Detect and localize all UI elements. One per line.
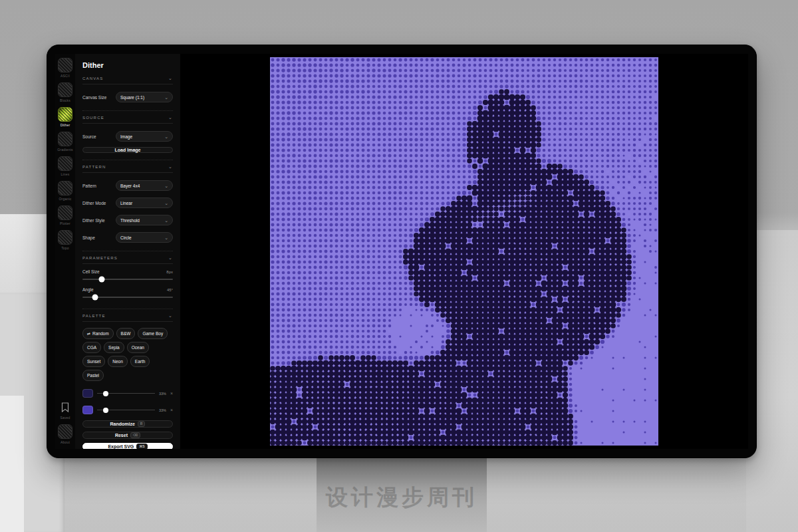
color-weight-track[interactable]	[97, 393, 155, 394]
palette-chip-sunset[interactable]: Sunset	[82, 356, 105, 367]
section-header-label: PALETTE	[82, 314, 106, 318]
button-label: Load Image	[115, 148, 141, 152]
sidebar-item-label: Organic	[59, 197, 72, 201]
chevron-down-icon: ⌄	[168, 255, 173, 260]
cell-size-label: Cell Size	[82, 269, 100, 274]
color-swatch[interactable]	[82, 389, 93, 398]
angle-slider-block: Angle 45°	[82, 287, 173, 300]
app-screen: ASCII Blocks Dither Gradients Lines Orga…	[55, 54, 748, 449]
pattern-row: Pattern Bayer 4x4 ⌄	[82, 180, 173, 191]
divider	[82, 309, 173, 309]
load-image-button[interactable]: Load Image	[82, 147, 173, 153]
select-value: Threshold	[120, 218, 140, 223]
pattern-select[interactable]: Bayer 4x4 ⌄	[116, 180, 173, 191]
source-select[interactable]: Image ⌄	[116, 131, 173, 142]
chevron-down-icon: ⌄	[164, 201, 168, 205]
kbd-badge: R	[138, 421, 146, 427]
sidebar-item-ascii[interactable]: ASCII	[58, 58, 72, 78]
chip-label: Game Boy	[142, 331, 163, 336]
about-tool-icon	[58, 424, 72, 439]
sidebar-item-label: Saved	[60, 416, 70, 420]
palette-color-row: 33% ×	[82, 389, 173, 398]
palette-chip-pastel[interactable]: Pastel	[82, 370, 104, 381]
chip-label: Earth	[135, 359, 146, 364]
dither-style-select[interactable]: Threshold ⌄	[116, 215, 173, 225]
chip-label: Neon	[112, 359, 123, 364]
shape-row: Shape Circle ⌄	[82, 232, 173, 243]
palette-chip-earth[interactable]: Earth	[130, 356, 150, 367]
randomize-button[interactable]: Randomize R	[82, 420, 173, 428]
sidebar-item-saved[interactable]: Saved	[58, 400, 72, 420]
section-header-palette[interactable]: PALETTE ⌄	[82, 313, 173, 322]
shape-select[interactable]: Circle ⌄	[116, 232, 173, 243]
chevron-down-icon: ⌄	[164, 95, 168, 100]
chip-label: Sunset	[87, 359, 100, 364]
select-value: Square (1:1)	[120, 95, 144, 100]
section-header-parameters[interactable]: PARAMETERS ⌄	[82, 255, 173, 264]
reset-button[interactable]: Reset ⌫	[82, 432, 173, 439]
cell-size-track[interactable]	[82, 279, 173, 280]
export-svg-button[interactable]: Export SVG ⌘S	[82, 443, 173, 449]
kbd-badge: ⌫	[130, 432, 140, 438]
dither-mode-select[interactable]: Linear ⌄	[116, 198, 173, 208]
palette-chip-ocean[interactable]: Ocean	[127, 342, 149, 353]
source-label: Source	[82, 134, 96, 139]
palette-color-row: 33% ×	[82, 406, 173, 414]
lines-tool-icon	[58, 156, 72, 171]
chip-label: Pastel	[87, 373, 99, 378]
sidebar-item-organic[interactable]: Organic	[58, 181, 72, 201]
button-label: Randomize	[110, 422, 135, 426]
sidebar-item-plotter[interactable]: Plotter	[58, 205, 72, 225]
color-weight-value: 33%	[159, 408, 166, 412]
section-header-pattern[interactable]: PATTERN ⌄	[82, 164, 173, 173]
color-weight-track[interactable]	[97, 410, 155, 411]
palette-chip-cga[interactable]: CGA	[82, 342, 101, 353]
wall-watermark: 设计漫步周刊	[279, 483, 524, 513]
dither-mode-row: Dither Mode Linear ⌄	[82, 198, 173, 208]
chevron-down-icon: ⌄	[164, 235, 168, 240]
sidebar-item-dither[interactable]: Dither	[58, 107, 72, 127]
section-header-canvas[interactable]: CANVAS ⌄	[82, 76, 173, 84]
sidebar-item-lines[interactable]: Lines	[58, 156, 72, 176]
section-header-source[interactable]: SOURCE ⌄	[82, 115, 173, 124]
sidebar-item-blocks[interactable]: Blocks	[58, 82, 72, 102]
section-header-label: SOURCE	[82, 116, 104, 120]
divider	[82, 160, 173, 160]
remove-color-button[interactable]: ×	[170, 391, 173, 396]
color-weight-thumb[interactable]	[103, 408, 108, 413]
sidebar-item-about[interactable]: About	[58, 424, 72, 444]
palette-chip-gameboy[interactable]: Game Boy	[138, 328, 168, 339]
canvas-size-select[interactable]: Square (1:1) ⌄	[116, 92, 173, 102]
sidebar-item-gradients[interactable]: Gradients	[57, 132, 72, 152]
shuffle-icon: ⇄	[87, 331, 90, 336]
button-label: Reset	[115, 433, 128, 438]
chip-label: Ocean	[132, 345, 144, 350]
kbd-badge: ⌘S	[136, 444, 147, 449]
select-value: Bayer 4x4	[120, 184, 140, 188]
dither-tool-icon	[58, 107, 72, 122]
cell-size-slider-block: Cell Size 8px	[82, 269, 173, 282]
section-header-label: PARAMETERS	[82, 256, 118, 260]
cell-size-thumb[interactable]	[98, 277, 104, 283]
palette-chip-sepia[interactable]: Sepia	[104, 342, 124, 353]
canvas-size-label: Canvas Size	[82, 95, 107, 100]
angle-track[interactable]	[82, 297, 173, 298]
sidebar-item-topo[interactable]: Topo	[58, 230, 72, 250]
topo-tool-icon	[58, 230, 72, 245]
chevron-down-icon: ⌄	[164, 184, 168, 188]
palette-chip-random[interactable]: ⇄ Random	[82, 328, 114, 339]
bookmark-icon	[58, 400, 72, 414]
color-swatch[interactable]	[82, 406, 93, 414]
plotter-tool-icon	[58, 205, 72, 220]
divider	[82, 251, 173, 251]
ascii-tool-icon	[58, 58, 72, 72]
sidebar-item-label: Dither	[61, 123, 70, 127]
angle-thumb[interactable]	[92, 295, 98, 301]
page-title: Dither	[82, 61, 173, 69]
sidebar-item-label: ASCII	[61, 74, 70, 78]
color-weight-thumb[interactable]	[103, 391, 108, 396]
palette-chip-bw[interactable]: B&W	[116, 328, 136, 339]
palette-chip-neon[interactable]: Neon	[108, 356, 128, 367]
canvas-size-row: Canvas Size Square (1:1) ⌄	[82, 92, 173, 102]
remove-color-button[interactable]: ×	[170, 408, 173, 412]
